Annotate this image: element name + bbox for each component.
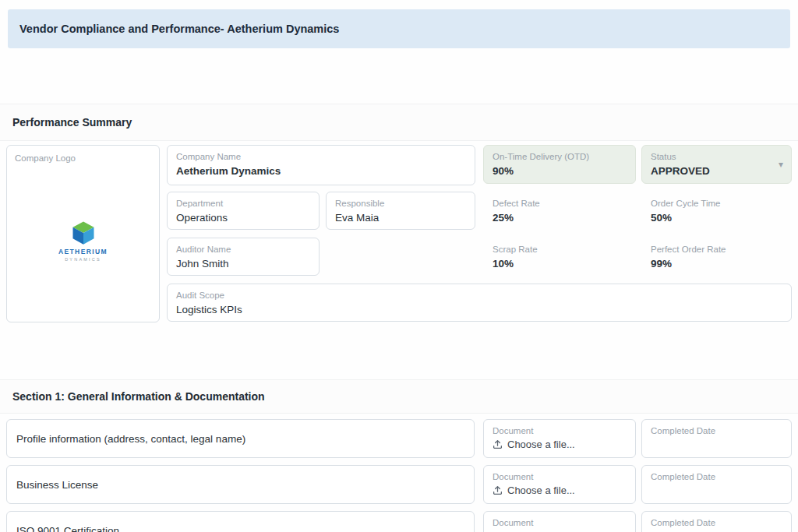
perfect-order-rate-value: 99% [651,257,782,271]
auditor-name-value: John Smith [176,257,310,271]
scrap-rate-value: 10% [493,257,627,271]
page-header: Vendor Compliance and Performance- Aethe… [8,9,790,48]
chevron-down-icon: ▾ [779,160,783,169]
department-value: Operations [176,211,310,225]
defect-rate-label: Defect Rate [493,198,627,209]
company-logo-text-secondary: DYNAMICS [65,257,101,262]
department-field[interactable]: Department Operations [167,192,320,230]
upload-icon [493,485,503,495]
company-logo-field: Company Logo AETHERIUM DYNAMICS [6,145,160,322]
completed-date-field[interactable]: Completed Date [641,465,792,504]
document-upload-field[interactable]: Document Choose a file... [483,419,636,458]
completed-date-label: Completed Date [651,471,782,482]
checklist-item-label: Profile information (address, contact, l… [16,433,245,445]
otd-label: On-Time Delivery (OTD) [493,151,627,162]
perfect-order-rate-field: Perfect Order Rate 99% [641,238,792,276]
choose-file-label: Choose a file... [507,439,575,450]
scrap-rate-field: Scrap Rate 10% [483,238,636,276]
responsible-field[interactable]: Responsible Eva Maia [326,192,475,230]
order-cycle-time-label: Order Cycle Time [651,198,782,209]
defect-rate-value: 25% [493,211,627,225]
company-name-field[interactable]: Company Name Aetherium Dynamics [167,145,475,185]
choose-file-button[interactable]: Choose a file... [493,439,627,450]
auditor-name-field[interactable]: Auditor Name John Smith [167,238,320,276]
completed-date-field[interactable]: Completed Date [641,511,792,532]
company-name-label: Company Name [176,151,466,162]
checklist-item-iso-certification: ISO 9001 Certification [6,511,475,532]
audit-scope-field[interactable]: Audit Scope Logistics KPIs [167,284,792,322]
auditor-name-label: Auditor Name [176,244,310,255]
performance-summary-title: Performance Summary [12,116,132,129]
defect-rate-field: Defect Rate 25% [483,192,636,230]
otd-value: 90% [493,164,627,178]
status-value: APPROVED [651,164,782,178]
company-logo: AETHERIUM DYNAMICS [15,166,151,315]
checklist-item-label: ISO 9001 Certification [16,525,119,532]
company-logo-icon [69,220,97,246]
order-cycle-time-value: 50% [651,211,782,225]
completed-date-label: Completed Date [651,425,782,436]
choose-file-label: Choose a file... [507,484,575,496]
order-cycle-time-field: Order Cycle Time 50% [641,192,792,230]
completed-date-label: Completed Date [651,517,782,528]
page-title: Vendor Compliance and Performance- Aethe… [19,23,339,35]
document-upload-field[interactable]: Document Choose a file... [483,465,636,504]
company-logo-text-primary: AETHERIUM [58,248,108,255]
checklist-item-label: Business License [16,479,98,491]
document-upload-field[interactable]: Document Choose a file... [483,511,636,532]
vendor-compliance-page: Vendor Compliance and Performance- Aethe… [0,0,798,532]
document-label: Document [493,517,627,528]
scrap-rate-label: Scrap Rate [493,244,627,255]
responsible-label: Responsible [335,198,466,209]
section1-title: Section 1: General Information & Documen… [12,390,265,403]
document-label: Document [493,471,627,482]
performance-summary-header: Performance Summary [0,104,798,141]
completed-date-field[interactable]: Completed Date [641,419,792,458]
audit-scope-value: Logistics KPIs [176,303,782,317]
otd-field: On-Time Delivery (OTD) 90% [483,145,636,184]
checklist-item-business-license: Business License [6,465,475,504]
document-label: Document [493,425,627,436]
perfect-order-rate-label: Perfect Order Rate [651,244,782,255]
choose-file-button[interactable]: Choose a file... [493,484,627,496]
upload-icon [493,439,503,449]
responsible-value: Eva Maia [335,211,466,225]
audit-scope-label: Audit Scope [176,290,782,301]
status-label: Status [651,151,782,162]
section1-header: Section 1: General Information & Documen… [0,379,798,414]
checklist-item-profile: Profile information (address, contact, l… [6,419,475,458]
company-name-value: Aetherium Dynamics [176,164,466,178]
department-label: Department [176,198,310,209]
status-dropdown[interactable]: Status APPROVED ▾ [641,145,792,184]
company-logo-label: Company Logo [15,153,151,164]
